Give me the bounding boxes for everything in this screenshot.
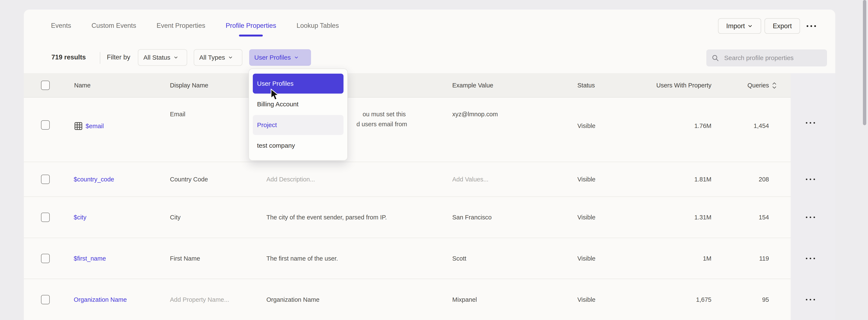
- tab-bar: Events Custom Events Event Properties Pr…: [24, 9, 835, 37]
- queries-value: 208: [729, 176, 769, 183]
- profile-type-filter-label: User Profiles: [254, 54, 291, 61]
- column-header-status[interactable]: Status: [578, 82, 595, 89]
- description-text[interactable]: d users email from: [356, 121, 407, 128]
- description-text[interactable]: ou must set this: [363, 111, 406, 118]
- row-checkbox-cell: [41, 120, 50, 130]
- import-button-label: Import: [726, 22, 745, 30]
- export-button[interactable]: Export: [765, 18, 800, 34]
- properties-page: Events Custom Events Event Properties Pr…: [0, 0, 868, 320]
- row-checkbox[interactable]: [41, 295, 50, 304]
- search-icon: [711, 54, 719, 62]
- row-checkbox[interactable]: [41, 120, 50, 130]
- status-value: Visible: [578, 214, 595, 221]
- table-row[interactable]: $email Email ou must set this d users em…: [24, 98, 791, 162]
- display-name-placeholder[interactable]: Add Property Name...: [170, 296, 229, 303]
- select-all-checkbox-cell: [41, 81, 50, 90]
- queries-value: 154: [729, 214, 769, 221]
- example-value[interactable]: Scott: [452, 255, 466, 262]
- table-row[interactable]: $country_code Country Code Add Descripti…: [24, 162, 791, 197]
- column-header-example-value[interactable]: Example Value: [452, 82, 493, 89]
- queries-value: 95: [729, 296, 769, 303]
- row-checkbox-cell: [41, 295, 50, 304]
- table-row[interactable]: $first_name First Name The first name of…: [24, 238, 791, 279]
- row-actions-button[interactable]: [801, 216, 819, 219]
- display-name-field[interactable]: City: [170, 214, 181, 221]
- export-button-label: Export: [773, 22, 792, 30]
- property-name: $first_name: [74, 255, 106, 262]
- chevron-down-icon: [173, 55, 179, 60]
- divider: [100, 52, 100, 64]
- example-value[interactable]: xyz@lmnop.com: [452, 111, 498, 118]
- column-header-queries[interactable]: Queries: [729, 82, 769, 89]
- scrollbar-thumb[interactable]: [863, 0, 866, 125]
- queries-value: 119: [729, 255, 769, 262]
- table-row[interactable]: Organization Name Add Property Name... O…: [24, 279, 791, 320]
- filter-by-label: Filter by: [107, 54, 130, 61]
- tab-label: Profile Properties: [226, 22, 276, 30]
- tab-profile-properties[interactable]: Profile Properties: [226, 14, 276, 37]
- status-value: Visible: [578, 255, 595, 262]
- sort-icon[interactable]: [771, 81, 777, 90]
- property-name-link[interactable]: $country_code: [74, 176, 114, 183]
- row-actions-button[interactable]: [801, 121, 819, 125]
- display-name-field[interactable]: First Name: [170, 255, 200, 262]
- display-name-field[interactable]: Email: [170, 111, 185, 118]
- chevron-down-icon: [294, 55, 299, 60]
- property-name: $city: [74, 214, 87, 221]
- column-header-display-name[interactable]: Display Name: [170, 82, 208, 89]
- select-all-checkbox[interactable]: [41, 81, 50, 90]
- dropdown-item-project[interactable]: Project: [253, 115, 343, 135]
- row-checkbox[interactable]: [41, 254, 50, 263]
- profile-type-filter-dropdown[interactable]: User Profiles: [249, 49, 311, 66]
- kebab-icon: [805, 216, 816, 219]
- kebab-icon: [805, 298, 816, 301]
- example-value-placeholder[interactable]: Add Values...: [452, 176, 488, 183]
- type-filter-label: All Types: [199, 54, 225, 61]
- description-placeholder[interactable]: Add Description...: [267, 176, 315, 183]
- type-filter-dropdown[interactable]: All Types: [194, 49, 242, 66]
- tab-label: Lookup Tables: [297, 22, 339, 30]
- dropdown-item-label: test company: [257, 142, 295, 149]
- more-actions-button[interactable]: [804, 22, 819, 30]
- example-value[interactable]: San Francisco: [452, 214, 492, 221]
- description-text[interactable]: The city of the event sender, parsed fro…: [267, 214, 387, 221]
- users-with-property-value: 1.81M: [646, 176, 711, 183]
- dropdown-item-test-company[interactable]: test company: [253, 136, 343, 155]
- display-name-field[interactable]: Country Code: [170, 176, 208, 183]
- row-checkbox-cell: [41, 254, 50, 263]
- row-checkbox[interactable]: [41, 175, 50, 184]
- example-value[interactable]: Mixpanel: [452, 296, 477, 303]
- dropdown-item-user-profiles[interactable]: User Profiles: [253, 74, 343, 94]
- row-checkbox-cell: [41, 213, 50, 222]
- row-actions-button[interactable]: [801, 298, 819, 301]
- kebab-icon: [805, 25, 817, 28]
- column-header-name[interactable]: Name: [74, 82, 91, 89]
- tab-event-properties[interactable]: Event Properties: [157, 14, 205, 37]
- kebab-icon: [805, 121, 816, 125]
- search-input[interactable]: [724, 54, 817, 62]
- kebab-icon: [805, 178, 816, 181]
- dropdown-item-billing-account[interactable]: Billing Account: [253, 94, 343, 114]
- table-row[interactable]: $city City The city of the event sender,…: [24, 197, 791, 238]
- column-header-users-with-property[interactable]: Users With Property: [646, 82, 711, 89]
- property-name-link[interactable]: Organization Name: [74, 296, 127, 303]
- row-actions-button[interactable]: [801, 257, 819, 260]
- vertical-scrollbar[interactable]: [863, 0, 866, 320]
- description-text[interactable]: The first name of the user.: [267, 255, 338, 262]
- tab-label: Events: [51, 22, 71, 30]
- property-name-link[interactable]: $city: [74, 214, 87, 221]
- dropdown-item-label: User Profiles: [257, 80, 293, 87]
- property-name-link[interactable]: $email: [74, 121, 104, 131]
- tab-lookup-tables[interactable]: Lookup Tables: [297, 14, 339, 37]
- status-filter-dropdown[interactable]: All Status: [138, 49, 187, 66]
- import-button[interactable]: Import: [718, 18, 761, 34]
- tab-custom-events[interactable]: Custom Events: [92, 14, 136, 37]
- row-checkbox[interactable]: [41, 213, 50, 222]
- property-name-link[interactable]: $first_name: [74, 255, 106, 262]
- users-with-property-value: 1,675: [646, 296, 711, 303]
- row-actions-button[interactable]: [801, 178, 819, 181]
- search-box[interactable]: [706, 49, 827, 66]
- queries-value: 1,454: [729, 122, 769, 130]
- tab-events[interactable]: Events: [51, 14, 71, 37]
- description-text[interactable]: Organization Name: [267, 296, 319, 303]
